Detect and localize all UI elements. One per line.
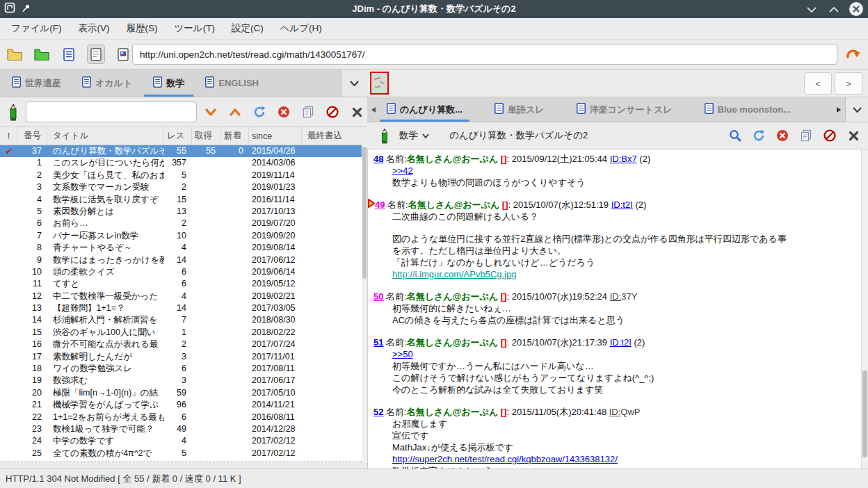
boardlist-button[interactable] — [6, 44, 24, 64]
table-row[interactable]: ✔ 26 — [0, 459, 362, 462]
column-res[interactable]: レス — [164, 127, 192, 145]
table-row[interactable]: ✔ 16 微分不可能な点が表れる最 2 2017/07/24 — [0, 339, 362, 350]
table-row[interactable]: ✔ 25 全ての素数の積が4π^2で 5 2017/02/12 — [0, 448, 362, 459]
next-view-button[interactable]: > — [835, 72, 862, 95]
abone-icon[interactable] — [326, 106, 339, 118]
post-number-link[interactable]: 50 — [373, 291, 383, 302]
table-row[interactable]: ✔ 18 ワイの数学勉強スレ 6 2017/08/11 — [0, 363, 362, 375]
abone-icon[interactable] — [823, 129, 836, 142]
table-row[interactable]: ✔ 22 1+1=2をお前らが考える最も 6 2016/08/11 — [0, 412, 362, 423]
board-tab[interactable]: オカルト — [73, 70, 141, 97]
board-tab[interactable]: 世界遺産 — [3, 70, 70, 97]
menu-item[interactable]: ツール(T) — [166, 19, 223, 38]
close-icon[interactable] — [849, 1, 864, 17]
chevron-down-icon — [422, 133, 429, 138]
poster-id-link[interactable]: ID:t2I — [610, 337, 632, 348]
board-tab[interactable]: 数学 — [144, 70, 193, 97]
stop-icon[interactable] — [278, 106, 290, 118]
post-number-link[interactable]: 52 — [373, 407, 383, 417]
table-row[interactable]: ✔ 5 素因数分解とは 13 2017/10/13 — [0, 206, 362, 218]
mail-field: [] — [501, 154, 507, 164]
table-row[interactable]: ✔ 13 【超難問】1+1=？ 14 2017/03/05 — [0, 302, 362, 314]
table-row[interactable]: ✔ 10 頭の柔軟クイズ 6 2019/06/14 — [0, 266, 362, 278]
table-row[interactable]: ✔ 17 素数解明したんだが 3 2017/11/01 — [0, 351, 362, 363]
board-tab-list-button[interactable] — [341, 70, 367, 97]
close-tab-icon[interactable] — [847, 129, 860, 142]
stop-icon[interactable] — [776, 129, 789, 142]
poster-id-link[interactable]: ID:t2I — [611, 200, 633, 210]
board-tab[interactable]: ENGLISH — [196, 70, 268, 97]
image-tabbar: < > — [367, 70, 868, 97]
column-mark[interactable]: ! — [0, 127, 18, 145]
table-row[interactable]: ✔ 12 中二で数検準一級受かった 4 2019/02/21 — [0, 291, 362, 302]
table-row[interactable]: ✔ 11 てすと 6 2019/05/12 — [0, 278, 362, 290]
column-got[interactable]: 取得 — [192, 127, 221, 145]
post-number-link[interactable]: 49 — [375, 200, 385, 210]
column-title[interactable]: タイトル — [47, 127, 164, 145]
table-row[interactable]: ✔ 7 バナー応募スレin数学 10 2019/09/20 — [0, 230, 362, 242]
maximize-icon[interactable] — [826, 1, 842, 17]
reload-icon[interactable] — [253, 106, 266, 118]
message-scrollbar[interactable] — [861, 149, 868, 469]
tab-scroll-right-icon[interactable] — [833, 97, 845, 122]
image-link[interactable]: http://i.imgur.com/APvb5Cg.jpg — [392, 269, 516, 279]
copy-icon[interactable] — [302, 106, 314, 118]
close-tab-icon[interactable] — [351, 106, 363, 118]
column-new[interactable]: 新着 — [221, 127, 249, 145]
poster-id-link[interactable]: ID:Bx7 — [610, 154, 637, 164]
reload-icon[interactable] — [753, 129, 765, 142]
thread-list-scrollbar[interactable] — [362, 145, 367, 462]
image-tab-thumbnail[interactable] — [370, 72, 389, 95]
table-row[interactable]: ✔ 3 文系数学でマーカン受験 2 2019/01/23 — [0, 181, 362, 193]
tab-scroll-left-icon[interactable] — [367, 97, 380, 122]
table-row[interactable]: ✔ 20 極限「lim[n→1-0](n)」の結 59 2017/05/10 — [0, 387, 362, 399]
table-row[interactable]: ✔ 24 中学の数学です 4 2017/02/12 — [0, 435, 362, 447]
thread-tab[interactable]: のんびり算数... — [380, 97, 469, 122]
table-row[interactable]: ✔ 21 機械学習をがんばって学ぶ 96 2014/11/21 — [0, 399, 362, 411]
menu-item[interactable]: 履歴(S) — [118, 19, 166, 38]
board-search-input[interactable] — [26, 101, 197, 122]
write-icon[interactable] — [6, 104, 22, 122]
article-view-button[interactable] — [87, 44, 105, 64]
board-select[interactable]: 数学 — [399, 122, 429, 149]
table-row[interactable]: ✔ 14 杉浦解析入門・解析演習を 7 2018/08/30 — [0, 314, 362, 326]
favorites-button[interactable] — [33, 44, 51, 64]
copy-icon[interactable] — [800, 129, 812, 142]
anchor-link[interactable]: >>50 — [392, 349, 413, 359]
post-number-link[interactable]: 51 — [373, 337, 383, 348]
column-number[interactable]: 番号 — [18, 127, 47, 145]
table-row[interactable]: ✔ 23 数検1級って独学で可能？ 49 2014/12/28 — [0, 423, 362, 435]
image-view-button[interactable] — [114, 44, 132, 64]
column-since[interactable]: since — [249, 127, 302, 145]
table-row[interactable]: ✔ 8 青チャートやるぞ～ 4 2019/08/14 — [0, 242, 362, 254]
go-icon[interactable] — [843, 45, 862, 63]
table-row[interactable]: ✔ 2 美少女「ほら見て、私のおま 5 2019/11/14 — [0, 170, 362, 181]
search-icon[interactable] — [729, 129, 741, 142]
table-row[interactable]: ✔ 19 数強求む 3 2017/06/17 — [0, 375, 362, 387]
minimize-icon[interactable] — [804, 1, 819, 17]
menu-item[interactable]: ヘルプ(H) — [272, 19, 330, 38]
search-up-icon[interactable] — [229, 106, 241, 118]
anchor-link[interactable]: >>42 — [392, 165, 413, 176]
column-last[interactable]: 最終書込 — [302, 127, 362, 145]
menu-item[interactable]: ファイル(F) — [3, 19, 70, 38]
table-row[interactable]: ✔ 4 数学板に活気を取り戻すぞ 15 2016/11/14 — [0, 194, 362, 206]
thread-tab[interactable]: Blue moonston... — [698, 97, 798, 122]
write-icon[interactable] — [378, 128, 392, 145]
menu-item[interactable]: 表示(V) — [70, 19, 118, 38]
thread-tab[interactable]: 単語スレ — [488, 97, 552, 122]
url-input[interactable] — [132, 44, 837, 65]
threadlist-button[interactable] — [60, 44, 78, 64]
thread-tab[interactable]: 洋楽コンサートスレ — [570, 97, 680, 122]
table-row[interactable]: ✔ 1 このスレが目についたら何か 357 2014/03/06 — [0, 157, 362, 169]
menu-item[interactable]: 設定(C) — [223, 19, 272, 38]
table-row[interactable]: ✔ 15 渋谷のギャル100人に聞い 1 2018/02/22 — [0, 327, 362, 339]
table-row[interactable]: ✔ 9 数学にはまったきっかけを教 14 2017/06/12 — [0, 254, 362, 266]
table-row[interactable]: ✔ 6 お前ら… 2 2019/07/20 — [0, 218, 362, 229]
post-number-link[interactable]: 48 — [373, 154, 383, 164]
thread-tab-list-button[interactable] — [845, 97, 868, 122]
anchor-link[interactable]: http://super2ch.net/test/read.cgi/kqbbzo… — [392, 454, 618, 464]
prev-view-button[interactable]: < — [804, 72, 832, 95]
table-row[interactable]: ✔ 37 のんびり算数・数学パズルその２ 55 55 0 2015/04/26 — [0, 145, 362, 157]
search-down-icon[interactable] — [204, 106, 217, 118]
